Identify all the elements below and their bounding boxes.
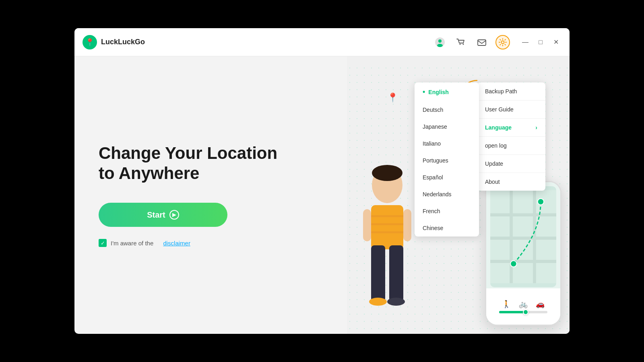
app-logo-icon: 📍 — [83, 35, 97, 49]
phone-mockup: 🚶 🚲 🚗 — [485, 181, 561, 326]
svg-point-8 — [502, 41, 504, 43]
phone-screen: 🚶 🚲 🚗 — [486, 182, 560, 325]
settings-dropdown: Backup Path User Guide Language › open l… — [477, 82, 545, 191]
start-button[interactable]: Start ▶ — [99, 203, 227, 227]
logo-area: 📍 LuckLuckGo — [83, 35, 145, 49]
maximize-button[interactable]: □ — [535, 37, 546, 48]
close-button[interactable]: ✕ — [550, 37, 561, 48]
svg-text:📍: 📍 — [85, 38, 95, 47]
svg-point-3 — [438, 39, 442, 43]
speed-slider — [499, 311, 547, 313]
svg-rect-16 — [403, 209, 411, 241]
disclaimer-text: I'm aware of the — [111, 240, 153, 247]
location-pin-icon: 📍 — [387, 93, 398, 103]
email-icon — [477, 37, 487, 47]
cart-button[interactable] — [454, 35, 468, 49]
open-log-item[interactable]: open log — [477, 137, 545, 154]
gear-icon — [498, 38, 507, 47]
svg-point-13 — [387, 298, 405, 306]
speed-slider-thumb — [523, 309, 528, 315]
titlebar: 📍 LuckLuckGo — [74, 28, 570, 56]
window-controls: — □ ✕ — [520, 37, 561, 48]
disclaimer-row: ✓ I'm aware of the disclaimer — [99, 239, 323, 247]
svg-rect-23 — [490, 237, 556, 240]
app-window: 📍 LuckLuckGo — [74, 28, 570, 334]
walk-icon: 🚶 — [502, 300, 511, 309]
left-panel: Change Your Location to Anywhere Start ▶… — [74, 56, 347, 334]
language-item[interactable]: Language › — [477, 119, 545, 136]
lang-deutsch[interactable]: Deutsch — [415, 101, 479, 118]
disclaimer-link[interactable]: disclaimer — [163, 240, 190, 247]
lang-espanol[interactable]: Español — [415, 169, 479, 186]
update-item[interactable]: Update — [477, 155, 545, 173]
svg-point-4 — [437, 44, 443, 47]
start-play-icon: ▶ — [169, 210, 179, 220]
transport-mode-icons: 🚶 🚲 🚗 — [502, 300, 545, 309]
svg-rect-22 — [490, 213, 556, 216]
phone-bottom-bar: 🚶 🚲 🚗 — [486, 288, 560, 325]
settings-button[interactable] — [495, 35, 510, 49]
car-icon: 🚗 — [536, 300, 545, 309]
svg-point-28 — [510, 261, 516, 267]
disclaimer-checkbox[interactable]: ✓ — [99, 239, 107, 247]
phone-map-svg — [490, 186, 556, 287]
svg-rect-24 — [490, 260, 556, 263]
account-icon — [435, 37, 445, 47]
svg-rect-7 — [478, 40, 486, 45]
svg-rect-10 — [371, 245, 385, 302]
svg-rect-17 — [363, 209, 371, 241]
svg-rect-20 — [371, 231, 403, 233]
backup-path-item[interactable]: Backup Path — [477, 82, 545, 100]
svg-point-12 — [369, 298, 387, 306]
arrow-right-icon: › — [535, 124, 537, 131]
svg-rect-9 — [371, 205, 403, 249]
app-name-label: LuckLuckGo — [101, 38, 145, 46]
account-button[interactable] — [433, 35, 447, 49]
svg-rect-19 — [371, 223, 403, 225]
lang-japanese[interactable]: Japanese — [415, 118, 479, 135]
minimize-button[interactable]: — — [520, 37, 531, 48]
language-submenu: English Deutsch Japanese Italiano Portug… — [415, 82, 479, 237]
svg-rect-26 — [533, 190, 536, 283]
main-content: Change Your Location to Anywhere Start ▶… — [74, 56, 570, 334]
lang-english[interactable]: English — [415, 82, 479, 101]
svg-rect-11 — [389, 245, 403, 302]
svg-point-15 — [372, 165, 402, 181]
phone-map-area — [490, 186, 556, 287]
lang-portugues[interactable]: Portugues — [415, 152, 479, 169]
cart-icon — [456, 37, 466, 47]
svg-rect-25 — [510, 190, 513, 283]
speed-slider-fill — [499, 311, 526, 313]
svg-point-5 — [460, 43, 461, 45]
titlebar-actions: — □ ✕ — [433, 35, 561, 49]
about-item[interactable]: About — [477, 173, 545, 191]
svg-point-6 — [463, 43, 464, 45]
lang-chinese[interactable]: Chinese — [415, 220, 479, 237]
svg-point-27 — [538, 199, 544, 205]
email-button[interactable] — [475, 35, 489, 49]
lang-italiano[interactable]: Italiano — [415, 135, 479, 152]
user-guide-item[interactable]: User Guide — [477, 101, 545, 118]
hero-headline: Change Your Location to Anywhere — [99, 143, 323, 184]
bike-icon: 🚲 — [519, 300, 528, 309]
lang-french[interactable]: French — [415, 203, 479, 220]
svg-rect-18 — [371, 215, 403, 217]
person-illustration — [351, 141, 423, 334]
lang-nederlands[interactable]: Nederlands — [415, 186, 479, 203]
